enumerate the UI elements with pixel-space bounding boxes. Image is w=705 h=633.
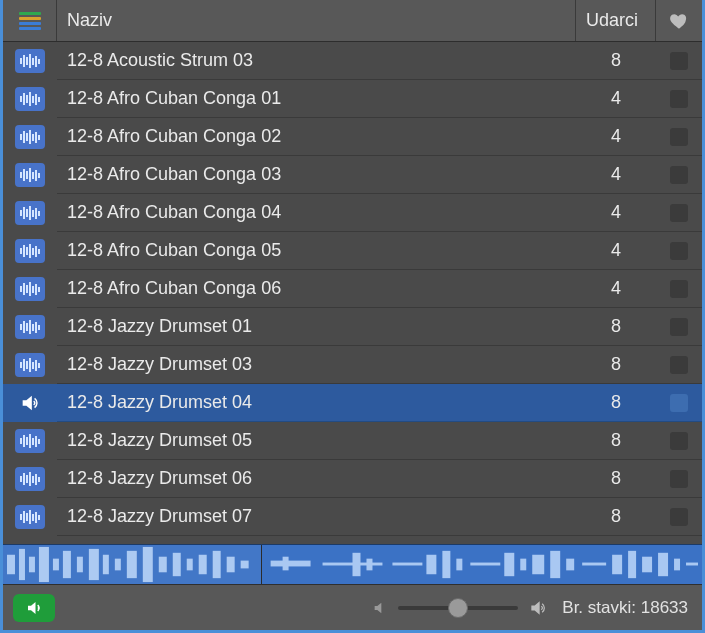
table-row[interactable]: 12-8 Afro Cuban Conga 014 [3,80,702,118]
table-row[interactable]: 12-8 Afro Cuban Conga 044 [3,194,702,232]
audio-loop-icon [15,87,45,111]
row-type-cell[interactable] [3,460,57,498]
table-row[interactable]: 12-8 Jazzy Drumset 018 [3,308,702,346]
volume-slider-thumb[interactable] [448,598,468,618]
row-favorite-cell[interactable] [656,460,702,498]
row-name-cell[interactable]: 12-8 Jazzy Drumset 07 [57,498,576,536]
svg-rect-28 [456,559,462,571]
row-name-cell[interactable]: 12-8 Jazzy Drumset 06 [57,460,576,498]
row-name-cell[interactable]: 12-8 Afro Cuban Conga 04 [57,194,576,232]
heart-icon [669,11,689,31]
row-favorite-cell[interactable] [656,80,702,118]
audio-loop-icon [15,201,45,225]
favorite-checkbox[interactable] [670,166,688,184]
audio-loop-icon [15,163,45,187]
row-favorite-cell[interactable] [656,270,702,308]
table-row[interactable]: 12-8 Afro Cuban Conga 064 [3,270,702,308]
svg-rect-36 [612,555,622,575]
row-name-cell[interactable]: 12-8 Jazzy Drumset 01 [57,308,576,346]
svg-rect-34 [566,559,574,571]
svg-rect-21 [283,557,289,571]
row-favorite-cell[interactable] [656,346,702,384]
row-favorite-cell[interactable] [656,384,702,422]
column-header-beats[interactable]: Udarci [576,0,656,41]
row-name-cell[interactable]: 12-8 Afro Cuban Conga 03 [57,156,576,194]
row-favorite-cell[interactable] [656,498,702,536]
row-name-cell[interactable]: 12-8 Afro Cuban Conga 02 [57,118,576,156]
table-row[interactable]: 12-8 Jazzy Drumset 078 [3,498,702,536]
view-mode-button[interactable] [3,0,57,41]
row-type-cell[interactable] [3,384,57,422]
row-beats-cell: 4 [576,156,656,194]
row-name-cell[interactable]: 12-8 Acoustic Strum 03 [57,42,576,80]
row-favorite-cell[interactable] [656,42,702,80]
favorite-checkbox[interactable] [670,52,688,70]
row-favorite-cell[interactable] [656,118,702,156]
volume-control [372,598,548,618]
waveform-playhead[interactable] [3,545,262,584]
favorite-checkbox[interactable] [670,128,688,146]
volume-slider[interactable] [398,606,518,610]
favorite-checkbox[interactable] [670,280,688,298]
loop-list[interactable]: 12-8 Acoustic Strum 03812-8 Afro Cuban C… [3,42,702,544]
favorite-checkbox[interactable] [670,470,688,488]
row-type-cell[interactable] [3,80,57,118]
now-playing-icon [15,391,45,415]
row-name-cell[interactable]: 12-8 Jazzy Drumset 04 [57,384,576,422]
favorite-checkbox[interactable] [670,90,688,108]
svg-rect-40 [674,559,680,571]
audio-loop-icon [15,49,45,73]
table-row[interactable]: 12-8 Afro Cuban Conga 054 [3,232,702,270]
row-name-cell[interactable]: 12-8 Afro Cuban Conga 01 [57,80,576,118]
table-row[interactable]: 12-8 Afro Cuban Conga 034 [3,156,702,194]
row-type-cell[interactable] [3,194,57,232]
row-type-cell[interactable] [3,42,57,80]
row-type-cell[interactable] [3,118,57,156]
row-beats-cell: 8 [576,498,656,536]
row-type-cell[interactable] [3,270,57,308]
row-favorite-cell[interactable] [656,422,702,460]
favorite-checkbox[interactable] [670,204,688,222]
view-mode-icon [19,12,41,30]
row-type-cell[interactable] [3,498,57,536]
row-type-cell[interactable] [3,346,57,384]
row-type-cell[interactable] [3,422,57,460]
row-beats-cell: 8 [576,460,656,498]
audio-loop-icon [15,353,45,377]
waveform-preview[interactable] [3,544,702,584]
row-favorite-cell[interactable] [656,194,702,232]
svg-rect-30 [504,553,514,576]
table-row[interactable]: 12-8 Acoustic Strum 038 [3,42,702,80]
row-favorite-cell[interactable] [656,308,702,346]
svg-rect-39 [658,553,668,576]
row-name-cell[interactable]: 12-8 Afro Cuban Conga 06 [57,270,576,308]
table-row[interactable]: 12-8 Jazzy Drumset 058 [3,422,702,460]
row-favorite-cell[interactable] [656,156,702,194]
table-row[interactable]: 12-8 Afro Cuban Conga 024 [3,118,702,156]
row-name-cell[interactable]: 12-8 Jazzy Drumset 05 [57,422,576,460]
column-header-favorite[interactable] [656,0,702,41]
favorite-checkbox[interactable] [670,242,688,260]
row-beats-cell: 4 [576,270,656,308]
preview-play-button[interactable] [13,594,55,622]
favorite-checkbox[interactable] [670,432,688,450]
table-row[interactable]: 12-8 Jazzy Drumset 038 [3,346,702,384]
row-beats-cell: 4 [576,232,656,270]
table-row[interactable]: 12-8 Jazzy Drumset 068 [3,460,702,498]
favorite-checkbox[interactable] [670,508,688,526]
row-type-cell[interactable] [3,308,57,346]
row-type-cell[interactable] [3,232,57,270]
favorite-checkbox[interactable] [670,394,688,412]
audio-loop-icon [15,429,45,453]
row-name-cell[interactable]: 12-8 Afro Cuban Conga 05 [57,232,576,270]
svg-rect-20 [271,561,311,567]
audio-loop-icon [15,277,45,301]
table-row[interactable]: 12-8 Jazzy Drumset 048 [3,384,702,422]
column-header-name[interactable]: Naziv [57,0,576,41]
row-favorite-cell[interactable] [656,232,702,270]
row-name-cell[interactable]: 12-8 Jazzy Drumset 03 [57,346,576,384]
svg-rect-23 [353,553,361,576]
favorite-checkbox[interactable] [670,318,688,336]
row-type-cell[interactable] [3,156,57,194]
favorite-checkbox[interactable] [670,356,688,374]
